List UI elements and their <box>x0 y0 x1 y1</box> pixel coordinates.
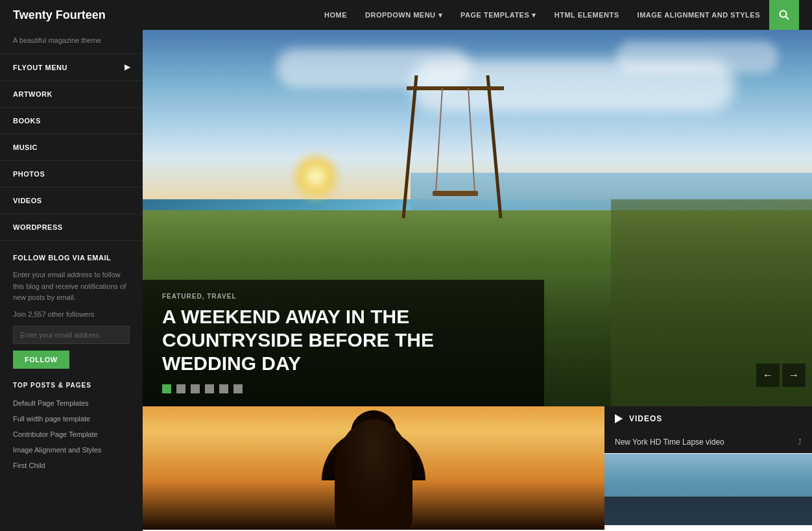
slider-dot-1[interactable] <box>162 384 171 393</box>
hero-title[interactable]: A WEEKEND AWAY IN THE COUNTRYSIDE BEFORE… <box>162 305 525 375</box>
main-content: FEATURED, TRAVEL A WEEKEND AWAY IN THE C… <box>143 30 812 531</box>
nav-image-alignment[interactable]: IMAGE ALIGNMENT AND STYLES <box>628 0 769 30</box>
dropdown-arrow-icon: ▾ <box>438 11 443 19</box>
svg-point-0 <box>780 11 787 18</box>
slider-dot-5[interactable] <box>219 384 228 393</box>
slider-dot-2[interactable] <box>176 384 185 393</box>
svg-line-5 <box>436 88 442 192</box>
svg-line-2 <box>403 75 416 218</box>
hero-text-overlay: FEATURED, TRAVEL A WEEKEND AWAY IN THE C… <box>143 280 544 406</box>
videos-title: VIDEOS <box>629 414 662 423</box>
sidebar-item-music[interactable]: MUSIC <box>0 134 143 161</box>
shoulders-shape <box>322 428 425 480</box>
video-list-item[interactable]: New York HD Time Lapse video ⤴ <box>604 431 812 454</box>
sidebar-item-videos[interactable]: VIDEOS <box>0 188 143 214</box>
slider-dots <box>162 384 525 393</box>
follow-button[interactable]: FOLLOW <box>13 351 69 369</box>
list-item[interactable]: Full width page template <box>13 412 130 424</box>
svg-line-3 <box>488 75 501 218</box>
hero-categories: FEATURED, TRAVEL <box>162 293 525 300</box>
follow-count: Join 2,557 other followers <box>13 310 130 318</box>
person-silhouette <box>143 406 604 530</box>
head-shape <box>351 410 396 456</box>
nav-html-elements[interactable]: HTML ELEMENTS <box>545 0 628 30</box>
top-posts-title: TOP POSTS & PAGES <box>13 382 130 389</box>
follow-section: FOLLOW BLOG VIA EMAIL Enter your email a… <box>0 241 143 369</box>
list-item[interactable]: Contributor Page Template <box>13 428 130 439</box>
sidebar-item-books[interactable]: BOOKS <box>0 108 143 134</box>
videos-header: VIDEOS <box>604 406 812 431</box>
slider-next-button[interactable]: → <box>782 364 806 387</box>
video-thumbnail[interactable] <box>604 454 812 525</box>
svg-line-1 <box>786 17 789 20</box>
sidebar-item-flyout[interactable]: FLYOUT MENU ▶ <box>0 54 143 81</box>
top-navigation: Twenty Fourteen HOME DROPDOWN MENU ▾ PAG… <box>0 0 812 30</box>
slider-dot-6[interactable] <box>233 384 243 393</box>
sidebar-item-photos[interactable]: PHOTOS <box>0 161 143 188</box>
follow-title: FOLLOW BLOG VIA EMAIL <box>13 254 130 262</box>
nav-home[interactable]: HOME <box>315 0 356 30</box>
list-item[interactable]: Default Page Templates <box>13 397 130 408</box>
list-item[interactable]: Image Alignment and Styles <box>13 443 130 455</box>
sidebar-item-wordpress[interactable]: WORDPRESS <box>0 214 143 241</box>
list-item[interactable]: First Child <box>13 459 130 471</box>
slider-dot-3[interactable] <box>191 384 200 393</box>
search-button[interactable] <box>769 0 799 30</box>
share-icon[interactable]: ⤴ <box>798 438 802 447</box>
video-title: New York HD Time Lapse video <box>615 438 724 447</box>
slider-dot-4[interactable] <box>205 384 214 393</box>
email-input[interactable] <box>13 326 130 344</box>
sidebar-menu: FLYOUT MENU ▶ ARTWORK BOOKS MUSIC PHOTOS… <box>0 54 143 241</box>
flyout-arrow-icon: ▶ <box>125 63 130 71</box>
slider-prev-button[interactable]: ← <box>756 364 780 387</box>
nav-page-templates[interactable]: PAGE TEMPLATES ▾ <box>451 0 545 30</box>
svg-line-6 <box>468 88 475 192</box>
top-posts-section: TOP POSTS & PAGES Default Page Templates… <box>0 369 143 471</box>
nav-dropdown[interactable]: DROPDOWN MENU ▾ <box>356 0 451 30</box>
site-tagline: A beautiful magazine theme <box>0 30 143 54</box>
play-icon <box>615 414 623 423</box>
top-posts-list: Default Page Templates Full width page t… <box>13 397 130 471</box>
search-icon <box>779 10 789 20</box>
thumbnail-overlay <box>604 497 812 525</box>
post-thumbnail[interactable] <box>143 406 604 530</box>
bottom-content-row: VIDEOS New York HD Time Lapse video ⤴ <box>143 406 812 531</box>
videos-widget: VIDEOS New York HD Time Lapse video ⤴ <box>604 406 812 531</box>
page-templates-arrow-icon: ▾ <box>532 11 536 19</box>
sidebar: A beautiful magazine theme FLYOUT MENU ▶… <box>0 30 143 531</box>
page-layout: A beautiful magazine theme FLYOUT MENU ▶… <box>0 30 812 531</box>
sidebar-item-artwork[interactable]: ARTWORK <box>0 81 143 108</box>
post-image <box>143 406 604 530</box>
swing-svg <box>397 75 514 244</box>
site-title[interactable]: Twenty Fourteen <box>13 8 106 22</box>
sun-glow <box>290 151 342 203</box>
nav-links: HOME DROPDOWN MENU ▾ PAGE TEMPLATES ▾ HT… <box>132 0 799 30</box>
follow-description: Enter your email address to follow this … <box>13 269 130 304</box>
hero-slider: FEATURED, TRAVEL A WEEKEND AWAY IN THE C… <box>143 30 812 406</box>
svg-rect-7 <box>433 191 478 196</box>
cloud-right <box>616 41 778 73</box>
